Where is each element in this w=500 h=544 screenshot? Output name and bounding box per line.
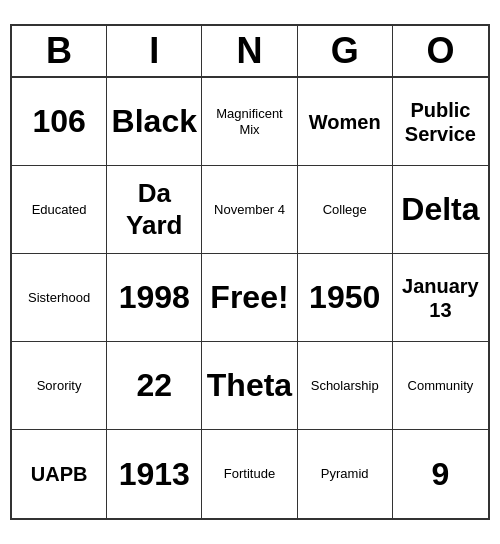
bingo-header: BINGO (12, 26, 488, 78)
cell-text: Delta (401, 190, 479, 228)
bingo-cell: 1913 (107, 430, 202, 518)
bingo-cell: Theta (202, 342, 297, 430)
cell-text: Educated (32, 202, 87, 218)
bingo-cell: Scholarship (298, 342, 393, 430)
cell-text: Magnificent Mix (206, 106, 292, 137)
cell-text: January 13 (397, 274, 484, 322)
header-letter: N (202, 26, 297, 76)
bingo-cell: Fortitude (202, 430, 297, 518)
cell-text: Women (309, 110, 381, 134)
bingo-cell: 1998 (107, 254, 202, 342)
cell-text: Sorority (37, 378, 82, 394)
cell-text: Fortitude (224, 466, 275, 482)
header-letter: G (298, 26, 393, 76)
bingo-cell: Delta (393, 166, 488, 254)
bingo-cell: January 13 (393, 254, 488, 342)
cell-text: Sisterhood (28, 290, 90, 306)
cell-text: November 4 (214, 202, 285, 218)
header-letter: O (393, 26, 488, 76)
bingo-cell: 9 (393, 430, 488, 518)
cell-text: Theta (207, 366, 292, 404)
cell-text: Scholarship (311, 378, 379, 394)
cell-text: 9 (431, 455, 449, 493)
bingo-cell: Community (393, 342, 488, 430)
bingo-cell: Black (107, 78, 202, 166)
bingo-cell: Sisterhood (12, 254, 107, 342)
bingo-card: BINGO 106BlackMagnificent MixWomenPublic… (10, 24, 490, 520)
bingo-cell: November 4 (202, 166, 297, 254)
bingo-cell: Public Service (393, 78, 488, 166)
bingo-cell: 106 (12, 78, 107, 166)
cell-text: 22 (136, 366, 172, 404)
cell-text: Da Yard (111, 178, 197, 240)
bingo-cell: UAPB (12, 430, 107, 518)
bingo-cell: 1950 (298, 254, 393, 342)
bingo-cell: 22 (107, 342, 202, 430)
cell-text: UAPB (31, 462, 88, 486)
bingo-cell: Magnificent Mix (202, 78, 297, 166)
bingo-cell: Women (298, 78, 393, 166)
cell-text: Community (408, 378, 474, 394)
cell-text: Pyramid (321, 466, 369, 482)
cell-text: 1950 (309, 278, 380, 316)
cell-text: Free! (210, 278, 288, 316)
bingo-cell: Free! (202, 254, 297, 342)
bingo-cell: Pyramid (298, 430, 393, 518)
cell-text: 1913 (119, 455, 190, 493)
header-letter: I (107, 26, 202, 76)
bingo-cell: Da Yard (107, 166, 202, 254)
bingo-cell: Sorority (12, 342, 107, 430)
bingo-cell: Educated (12, 166, 107, 254)
cell-text: College (323, 202, 367, 218)
cell-text: Public Service (397, 98, 484, 146)
header-letter: B (12, 26, 107, 76)
cell-text: Black (112, 102, 197, 140)
cell-text: 106 (32, 102, 85, 140)
bingo-cell: College (298, 166, 393, 254)
bingo-grid: 106BlackMagnificent MixWomenPublic Servi… (12, 78, 488, 518)
cell-text: 1998 (119, 278, 190, 316)
